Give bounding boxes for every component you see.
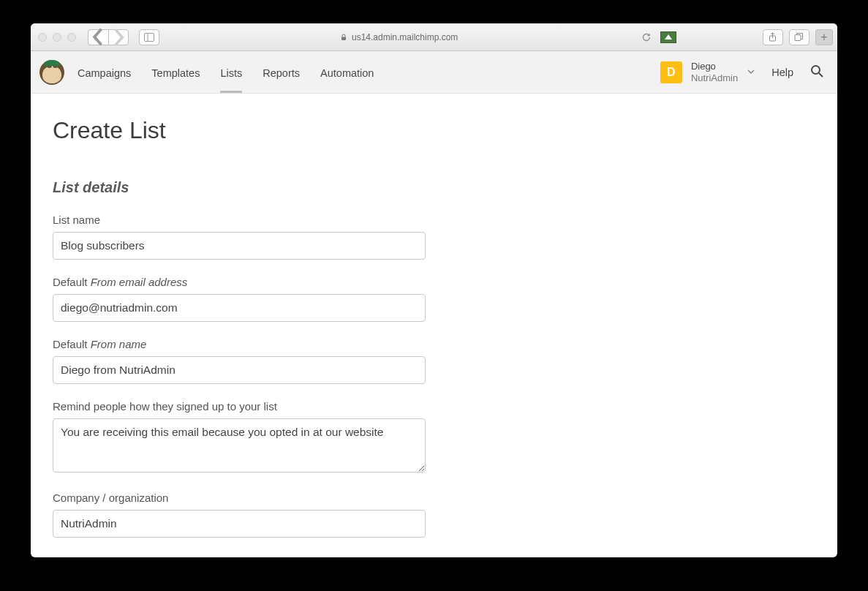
page-title: Create List	[53, 117, 815, 144]
search-icon	[809, 64, 824, 78]
label-from-name: Default From name	[53, 338, 426, 350]
label-from-name-prefix: Default	[53, 338, 91, 350]
input-from-name[interactable]	[53, 356, 426, 384]
browser-window: us14.admin.mailchimp.com + Campaigns Tem…	[31, 23, 837, 557]
window-maximize-icon[interactable]	[67, 33, 76, 42]
input-from-email[interactable]	[53, 294, 426, 322]
svg-rect-0	[145, 33, 154, 41]
main-content: Create List List details List name Defau…	[31, 94, 837, 557]
reload-button[interactable]	[638, 29, 654, 45]
account-menu[interactable]: D Diego NutriAdmin	[660, 61, 755, 83]
forward-button[interactable]	[108, 29, 129, 45]
nav-buttons	[88, 29, 129, 45]
window-close-icon[interactable]	[38, 33, 47, 42]
svg-rect-2	[341, 37, 346, 40]
header-right: D Diego NutriAdmin Help	[660, 61, 824, 83]
field-company: Company / organization	[53, 492, 426, 538]
account-text: Diego NutriAdmin	[691, 61, 738, 83]
app-header: Campaigns Templates Lists Reports Automa…	[31, 51, 837, 94]
main-nav: Campaigns Templates Lists Reports Automa…	[78, 53, 374, 92]
search-button[interactable]	[809, 64, 824, 81]
new-tab-button[interactable]: +	[815, 29, 833, 45]
label-list-name: List name	[53, 214, 426, 226]
nav-reports[interactable]: Reports	[263, 53, 300, 92]
chrome-right: +	[763, 29, 830, 45]
label-from-name-italic: From name	[91, 338, 147, 350]
avatar: D	[660, 61, 682, 83]
field-reminder: Remind people how they signed up to your…	[53, 400, 426, 475]
label-reminder: Remind people how they signed up to your…	[53, 400, 426, 413]
mailchimp-logo-icon[interactable]	[39, 60, 64, 85]
nav-campaigns[interactable]: Campaigns	[78, 53, 131, 92]
label-from-email-italic: From email address	[91, 276, 188, 288]
window-controls	[38, 33, 76, 42]
nav-automation[interactable]: Automation	[320, 53, 374, 92]
label-from-email: Default From email address	[53, 276, 426, 288]
back-button[interactable]	[88, 29, 108, 45]
svg-line-6	[819, 73, 823, 77]
label-company: Company / organization	[53, 492, 426, 504]
share-button[interactable]	[763, 29, 783, 45]
window-minimize-icon[interactable]	[53, 33, 61, 42]
sidebar-toggle-button[interactable]	[139, 29, 159, 45]
field-list-name: List name	[53, 214, 426, 260]
label-from-email-prefix: Default	[53, 276, 91, 288]
url-bar[interactable]: us14.admin.mailchimp.com	[246, 32, 553, 42]
account-name: Diego	[691, 61, 738, 72]
field-from-name: Default From name	[53, 338, 426, 384]
section-title: List details	[53, 179, 815, 196]
extension-icon[interactable]	[660, 31, 676, 43]
nav-templates[interactable]: Templates	[151, 53, 200, 92]
account-org: NutriAdmin	[691, 72, 738, 84]
svg-point-5	[812, 66, 820, 74]
nav-lists[interactable]: Lists	[220, 53, 242, 92]
browser-chrome: us14.admin.mailchimp.com +	[31, 23, 837, 51]
tabs-button[interactable]	[789, 29, 809, 45]
url-text: us14.admin.mailchimp.com	[352, 32, 458, 42]
help-link[interactable]: Help	[771, 67, 793, 78]
lock-icon	[340, 34, 347, 41]
svg-rect-4	[795, 35, 801, 41]
field-from-email: Default From email address	[53, 276, 426, 322]
chevron-down-icon	[747, 66, 755, 79]
input-list-name[interactable]	[53, 232, 426, 260]
input-company[interactable]	[53, 510, 426, 538]
textarea-reminder[interactable]	[53, 418, 426, 473]
